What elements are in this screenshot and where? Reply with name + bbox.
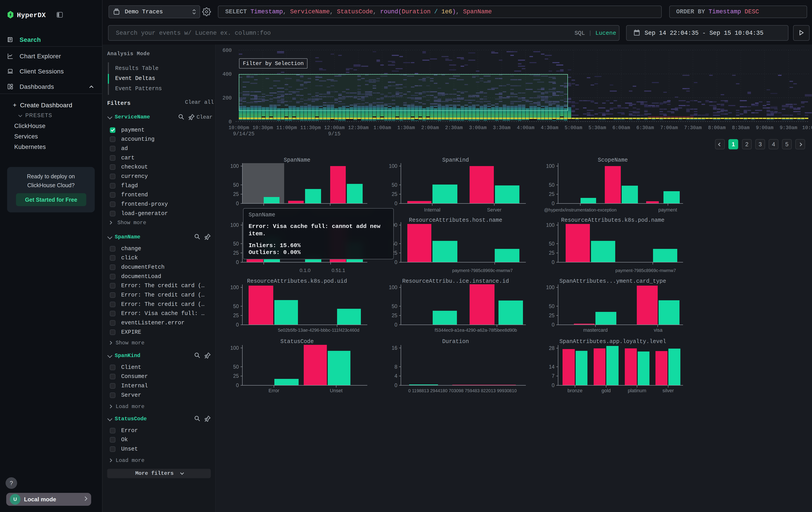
svg-text:25: 25 [233, 313, 239, 318]
svg-text:0: 0 [236, 200, 239, 206]
svg-text:10:00pm: 10:00pm [229, 125, 249, 131]
svg-text:50: 50 [233, 241, 239, 247]
svg-text:platinum: platinum [628, 388, 646, 393]
svg-text:11:30pm: 11:30pm [300, 125, 321, 131]
svg-text:50: 50 [233, 364, 239, 370]
svg-text:ScopeName: ScopeName [598, 157, 628, 163]
svg-text:14: 14 [549, 364, 554, 370]
svg-text:100: 100 [389, 285, 397, 290]
svg-text:ResourceAttribu..ice.instance.: ResourceAttribu..ice.instance.id [402, 278, 509, 285]
svg-text:25: 25 [549, 191, 554, 197]
svg-text:SpanAttributes.app.loyalty.lev: SpanAttributes.app.loyalty.level [559, 339, 666, 345]
svg-text:payment-7985c8969c-mwmw7: payment-7985c8969c-mwmw7 [615, 268, 676, 273]
svg-text:9/15: 9/15 [328, 131, 340, 137]
svg-text:ResourceAttributes.k8s.pod.nam: ResourceAttributes.k8s.pod.name [561, 217, 664, 223]
svg-text:0.1.0: 0.1.0 [300, 268, 311, 273]
svg-text:gold: gold [602, 388, 611, 393]
svg-text:0: 0 [395, 200, 397, 206]
svg-text:mastercard: mastercard [583, 327, 608, 333]
svg-text:StatusCode: StatusCode [280, 339, 314, 345]
svg-text:0: 0 [236, 322, 239, 328]
svg-text:2:00am: 2:00am [421, 125, 439, 131]
svg-text:50: 50 [549, 241, 554, 247]
svg-text:25: 25 [392, 191, 397, 197]
svg-text:7:30am: 7:30am [684, 125, 702, 131]
svg-text:50: 50 [233, 303, 239, 309]
svg-text:100: 100 [546, 222, 554, 228]
svg-text:600: 600 [223, 48, 232, 53]
svg-text:Duration: Duration [442, 339, 469, 345]
svg-text:11:00pm: 11:00pm [277, 125, 297, 131]
svg-text:7:00am: 7:00am [660, 125, 678, 131]
svg-text:0: 0 [552, 259, 554, 265]
svg-text:100: 100 [230, 222, 239, 228]
svg-text:7: 7 [552, 373, 554, 379]
svg-text:Unset: Unset [330, 388, 342, 393]
svg-text:4:00am: 4:00am [517, 125, 534, 131]
svg-text:100: 100 [230, 285, 239, 290]
svg-text:9:30am: 9:30am [780, 125, 797, 131]
svg-text:0: 0 [236, 259, 239, 265]
svg-text:10:30pm: 10:30pm [252, 125, 273, 131]
svg-text:0 1198813 2944180 703098 7: 0 1198813 2944180 703098 759483 822013 9… [408, 388, 517, 393]
svg-text:9:00am: 9:00am [756, 125, 773, 131]
svg-text:1:00am: 1:00am [373, 125, 391, 131]
svg-text:payment: payment [658, 207, 677, 213]
svg-text:4: 4 [395, 373, 397, 379]
svg-text:5:30am: 5:30am [588, 125, 606, 131]
svg-text:0: 0 [229, 119, 232, 125]
svg-text:50: 50 [392, 182, 397, 188]
svg-text:8:30am: 8:30am [732, 125, 750, 131]
svg-text:100: 100 [389, 163, 397, 169]
svg-text:Internal: Internal [424, 207, 440, 213]
svg-text:50: 50 [233, 182, 239, 188]
svg-text:visa: visa [654, 327, 663, 333]
svg-text:0: 0 [395, 259, 397, 265]
svg-text:50: 50 [549, 182, 554, 188]
svg-text:3:30am: 3:30am [493, 125, 511, 131]
svg-text:5e02b5fb-13ae-4296-bbbc-111f42: 5e02b5fb-13ae-4296-bbbc-111f423c460d [278, 328, 359, 332]
svg-text:100: 100 [546, 163, 554, 169]
svg-text:16: 16 [392, 345, 397, 351]
svg-text:9/14/25: 9/14/25 [233, 131, 255, 137]
svg-text:25: 25 [549, 250, 554, 256]
svg-text:3:00am: 3:00am [469, 125, 487, 131]
svg-text:12:00am: 12:00am [324, 125, 345, 131]
svg-text:50: 50 [549, 303, 554, 309]
svg-text:100: 100 [546, 285, 554, 290]
svg-text:10:00am: 10:00am [802, 125, 812, 131]
svg-text:6:00am: 6:00am [612, 125, 630, 131]
svg-text:25: 25 [392, 313, 397, 318]
svg-text:8:00am: 8:00am [708, 125, 726, 131]
svg-text:SpanName: SpanName [284, 157, 310, 163]
svg-text:f5344ec9-a1ea-4290-a62a-78f5be: f5344ec9-a1ea-4290-a62a-78f5bee8d90b [435, 328, 517, 332]
svg-text:400: 400 [223, 72, 232, 77]
svg-text:Server: Server [487, 207, 502, 213]
svg-text:payment-7985c8969c-mwmw7: payment-7985c8969c-mwmw7 [452, 268, 513, 273]
svg-text:Error: Error [269, 388, 280, 393]
svg-text:0: 0 [236, 382, 239, 388]
svg-text:25: 25 [233, 373, 239, 379]
svg-text:bronze: bronze [568, 388, 582, 393]
svg-text:silver: silver [662, 388, 674, 393]
svg-text:5:00am: 5:00am [564, 125, 582, 131]
svg-text:200: 200 [223, 95, 232, 101]
svg-text:0.51.1: 0.51.1 [331, 268, 345, 273]
svg-text:1:30am: 1:30am [397, 125, 415, 131]
svg-text:25: 25 [233, 191, 239, 197]
svg-text:0: 0 [395, 322, 397, 328]
svg-text:8: 8 [395, 364, 397, 370]
svg-text:2:30am: 2:30am [445, 125, 463, 131]
svg-text:@hyperdx/instrumentation-excep: @hyperdx/instrumentation-exception [544, 208, 616, 212]
svg-text:25: 25 [549, 313, 554, 318]
svg-text:100: 100 [230, 345, 239, 351]
svg-text:25: 25 [233, 250, 239, 256]
svg-text:12:30am: 12:30am [348, 125, 369, 131]
svg-text:0: 0 [552, 200, 554, 206]
svg-text:0: 0 [395, 382, 397, 388]
svg-text:SpanKind: SpanKind [442, 157, 469, 163]
svg-text:100: 100 [230, 163, 239, 169]
svg-text:4:30am: 4:30am [541, 125, 558, 131]
svg-text:0: 0 [552, 322, 554, 328]
svg-text:50: 50 [392, 303, 397, 309]
